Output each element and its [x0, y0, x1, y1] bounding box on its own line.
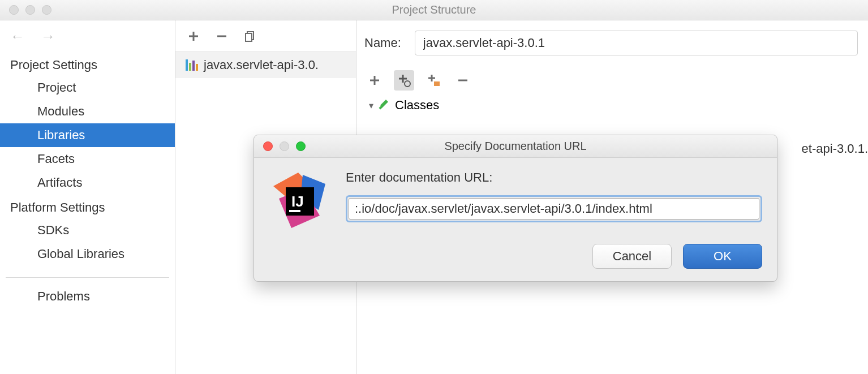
sidebar-item-global-libraries[interactable]: Global Libraries — [0, 242, 175, 266]
library-list-item[interactable]: javax.servlet-api-3.0. — [175, 52, 356, 78]
minimize-window-icon[interactable] — [25, 5, 35, 15]
sidebar-item-artifacts[interactable]: Artifacts — [0, 171, 175, 195]
sidebar: ← → Project Settings Project Modules Lib… — [0, 20, 175, 374]
ok-button[interactable]: OK — [683, 244, 762, 269]
back-arrow-icon[interactable]: ← — [10, 28, 25, 45]
sidebar-item-project[interactable]: Project — [0, 76, 175, 100]
dialog-titlebar: Specify Documentation URL — [254, 135, 777, 158]
svg-rect-1 — [246, 33, 252, 41]
sidebar-item-facets[interactable]: Facets — [0, 147, 175, 171]
window-titlebar: Project Structure — [0, 0, 868, 20]
add-folder-root-icon[interactable] — [423, 70, 444, 91]
sidebar-section-project-settings: Project Settings — [0, 52, 175, 76]
name-label: Name: — [364, 36, 401, 50]
sidebar-item-libraries[interactable]: Libraries — [0, 123, 175, 147]
tree-root-row[interactable]: ▾ Classes — [364, 97, 858, 113]
svg-text:IJ: IJ — [291, 193, 304, 210]
tree-root-label: Classes — [395, 98, 439, 113]
window-traffic-lights — [0, 5, 51, 15]
add-library-icon[interactable] — [188, 31, 199, 42]
zoom-window-icon[interactable] — [42, 5, 51, 15]
forward-arrow-icon[interactable]: → — [41, 28, 55, 45]
documentation-url-input[interactable] — [349, 198, 759, 220]
chevron-down-icon[interactable]: ▾ — [369, 100, 373, 111]
intellij-logo-icon: IJ — [269, 170, 331, 233]
library-roots-toolbar — [364, 70, 858, 91]
add-url-root-icon[interactable] — [394, 70, 414, 91]
hammer-icon — [378, 97, 390, 113]
specify-url-dialog: Specify Documentation URL IJ Enter docum… — [253, 135, 777, 282]
sidebar-item-problems[interactable]: Problems — [0, 278, 175, 304]
svg-rect-3 — [434, 81, 440, 86]
add-root-icon[interactable] — [364, 70, 385, 91]
svg-point-2 — [405, 81, 410, 87]
dialog-title: Specify Documentation URL — [254, 140, 777, 153]
svg-rect-10 — [289, 210, 300, 212]
dialog-input-focus-ring — [346, 195, 762, 222]
sidebar-section-platform-settings: Platform Settings — [0, 195, 175, 218]
library-icon — [186, 59, 198, 71]
close-window-icon[interactable] — [9, 5, 19, 15]
library-name-input[interactable] — [415, 31, 858, 55]
remove-root-icon[interactable] — [453, 70, 473, 91]
copy-library-icon[interactable] — [244, 31, 256, 42]
cancel-button[interactable]: Cancel — [592, 244, 672, 269]
sidebar-item-sdks[interactable]: SDKs — [0, 218, 175, 242]
sidebar-nav-toolbar: ← → — [0, 20, 175, 52]
tree-child-overflow: et-api-3.0.1. — [802, 141, 868, 156]
library-list-item-label: javax.servlet-api-3.0. — [204, 58, 319, 72]
dialog-prompt: Enter documentation URL: — [346, 170, 762, 185]
window-title: Project Structure — [0, 3, 868, 16]
remove-library-icon[interactable] — [216, 31, 227, 42]
sidebar-item-modules[interactable]: Modules — [0, 100, 175, 123]
library-list-toolbar — [175, 20, 356, 52]
